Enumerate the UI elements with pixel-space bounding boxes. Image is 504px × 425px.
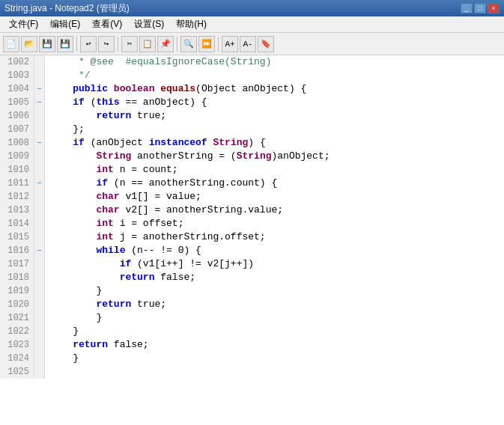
- code-text: }: [45, 352, 79, 365]
- line-number: 1005: [0, 96, 34, 109]
- toolbar: 📄 📂 💾 💾 ↩ ↪ ✂ 📋 📌 🔍 ⏩ A+ A- 🔖: [0, 33, 504, 55]
- line-number: 1010: [0, 163, 34, 177]
- table-row: 1010 int n = count;: [0, 163, 504, 177]
- menu-help[interactable]: 帮助(H): [170, 16, 213, 32]
- menu-bar: 文件(F) 编辑(E) 查看(V) 设置(S) 帮助(H): [0, 16, 504, 33]
- line-number: 1020: [0, 298, 34, 311]
- find-button[interactable]: 🔍: [180, 36, 197, 52]
- fold-gutter[interactable]: [34, 271, 45, 284]
- code-text: if (this == anObject) {: [45, 96, 207, 109]
- fold-gutter[interactable]: −: [34, 96, 45, 109]
- line-number: 1002: [0, 55, 34, 69]
- line-number: 1025: [0, 365, 34, 379]
- menu-settings[interactable]: 设置(S): [128, 16, 170, 32]
- fold-gutter[interactable]: −: [34, 244, 45, 257]
- undo-button[interactable]: ↩: [80, 36, 97, 52]
- code-text: if (v1[i++] != v2[j++]): [45, 257, 254, 271]
- line-number: 1013: [0, 204, 34, 217]
- line-number: 1021: [0, 311, 34, 325]
- editor[interactable]: 1002 * @see #equalsIgnoreCase(String) 10…: [0, 55, 504, 425]
- close-button[interactable]: ×: [488, 3, 500, 13]
- line-number: 1019: [0, 284, 34, 298]
- fold-gutter[interactable]: [34, 284, 45, 298]
- line-number: 1018: [0, 271, 34, 284]
- line-number: 1024: [0, 352, 34, 365]
- code-text: if (n == anotherString.count) {: [45, 177, 277, 190]
- table-row: 1015 int j = anotherString.offset;: [0, 230, 504, 244]
- line-number: 1022: [0, 325, 34, 338]
- code-text: }: [45, 325, 79, 338]
- code-text: return false;: [45, 338, 149, 352]
- zoom-in-button[interactable]: A+: [222, 36, 238, 52]
- zoom-out-button[interactable]: A-: [240, 36, 256, 52]
- line-number: 1004: [0, 82, 34, 96]
- line-number: 1015: [0, 230, 34, 244]
- code-text: return true;: [45, 298, 166, 311]
- copy-button[interactable]: 📋: [139, 36, 156, 52]
- fold-gutter[interactable]: [34, 109, 45, 123]
- line-number: 1006: [0, 109, 34, 123]
- code-text: }: [45, 311, 102, 325]
- fold-gutter[interactable]: [34, 69, 45, 82]
- paste-button[interactable]: 📌: [157, 36, 174, 52]
- table-row: 1014 int i = offset;: [0, 217, 504, 230]
- fold-gutter[interactable]: [34, 55, 45, 69]
- maximize-button[interactable]: □: [474, 3, 486, 13]
- line-number: 1017: [0, 257, 34, 271]
- fold-gutter[interactable]: −: [34, 136, 45, 150]
- toolbar-sep-3: [177, 37, 177, 52]
- find-next-button[interactable]: ⏩: [198, 36, 215, 52]
- table-row: 1016 − while (n-- != 0) {: [0, 244, 504, 257]
- toolbar-sep-2: [118, 37, 118, 52]
- code-text: };: [45, 123, 85, 136]
- fold-gutter[interactable]: [34, 352, 45, 365]
- code-text: }: [45, 284, 102, 298]
- menu-edit[interactable]: 编辑(E): [44, 16, 86, 32]
- fold-gutter[interactable]: [34, 190, 45, 204]
- window-controls: _ □ ×: [461, 3, 500, 13]
- table-row: 1023 return false;: [0, 338, 504, 352]
- table-row: 1007 };: [0, 123, 504, 136]
- table-row: 1017 if (v1[i++] != v2[j++]): [0, 257, 504, 271]
- redo-button[interactable]: ↪: [98, 36, 115, 52]
- save-as-button[interactable]: 💾: [57, 36, 73, 52]
- menu-view[interactable]: 查看(V): [86, 16, 128, 32]
- code-area[interactable]: 1002 * @see #equalsIgnoreCase(String) 10…: [0, 55, 504, 425]
- fold-gutter[interactable]: [34, 298, 45, 311]
- line-number: 1009: [0, 150, 34, 163]
- fold-gutter[interactable]: [34, 163, 45, 177]
- table-row: 1019 }: [0, 284, 504, 298]
- fold-gutter[interactable]: −: [34, 82, 45, 96]
- line-number: 1016: [0, 244, 34, 257]
- line-number: 1007: [0, 123, 34, 136]
- fold-gutter[interactable]: [34, 230, 45, 244]
- fold-gutter[interactable]: [34, 123, 45, 136]
- table-row: 1018 return false;: [0, 271, 504, 284]
- title-text: String.java - Notepad2 (管理员): [4, 2, 130, 15]
- fold-gutter[interactable]: [34, 150, 45, 163]
- fold-gutter[interactable]: [34, 325, 45, 338]
- table-row: 1002 * @see #equalsIgnoreCase(String): [0, 55, 504, 69]
- code-text: * @see #equalsIgnoreCase(String): [45, 55, 271, 69]
- table-row: 1004 − public boolean equals(Object anOb…: [0, 82, 504, 96]
- cut-button[interactable]: ✂: [121, 36, 138, 52]
- fold-gutter[interactable]: [34, 311, 45, 325]
- code-text: [45, 365, 55, 379]
- minimize-button[interactable]: _: [461, 3, 473, 13]
- menu-file[interactable]: 文件(F): [3, 16, 44, 32]
- open-button[interactable]: 📂: [21, 36, 37, 52]
- fold-gutter[interactable]: [34, 217, 45, 230]
- line-number: 1014: [0, 217, 34, 230]
- fold-gutter[interactable]: [34, 338, 45, 352]
- marker-button[interactable]: 🔖: [258, 36, 274, 52]
- fold-gutter[interactable]: −: [34, 177, 45, 190]
- line-number: 1008: [0, 136, 34, 150]
- new-button[interactable]: 📄: [3, 36, 19, 52]
- table-row: 1012 char v1[] = value;: [0, 190, 504, 204]
- table-row: 1006 return true;: [0, 109, 504, 123]
- fold-gutter[interactable]: [34, 365, 45, 379]
- fold-gutter[interactable]: [34, 204, 45, 217]
- fold-gutter[interactable]: [34, 257, 45, 271]
- table-row: 1005 − if (this == anObject) {: [0, 96, 504, 109]
- save-button[interactable]: 💾: [39, 36, 55, 52]
